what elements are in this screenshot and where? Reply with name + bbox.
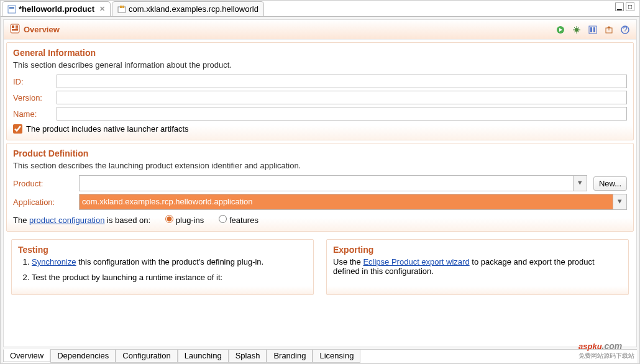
native-launcher-checkbox[interactable] [13,124,22,134]
form-toolbar: ? [555,25,630,35]
tab-label: *helloworld.product [19,4,94,14]
section-title: General Information [13,48,627,58]
editor-tab-xkland-helloworld[interactable]: com.xkland.examples.rcp.helloworld [112,1,264,16]
form-body: Overview ? General Information This sect… [3,19,637,347]
plugin-file-icon [117,5,126,14]
product-configuration-link[interactable]: product configuration [29,216,104,225]
export-wizard-link[interactable]: Eclipse Product export wizard [363,257,469,266]
svg-text:?: ? [623,25,627,34]
svg-line-20 [574,31,575,32]
application-label: Application: [13,198,73,207]
text: is based on: [104,216,150,225]
tab-configuration[interactable]: Configuration [116,350,177,363]
product-combo-value [80,176,573,191]
help-icon[interactable]: ? [620,25,630,35]
section-product-definition: Product Definition This section describe… [6,143,634,232]
product-label: Product: [13,179,73,188]
window-controls: ▁ □ [615,2,634,11]
tab-label: com.xkland.examples.rcp.helloworld [129,4,258,14]
text: features [229,216,258,225]
text: Use the [333,257,363,266]
minimize-icon[interactable]: ▁ [615,2,624,11]
export-icon[interactable] [604,25,614,35]
run-icon[interactable] [555,25,565,35]
features-radio-label[interactable]: features [219,215,258,225]
plugins-radio[interactable] [165,215,173,223]
native-launcher-label: The product includes native launcher art… [26,124,189,134]
chevron-down-icon[interactable]: ▾ [573,176,587,191]
editor-tab-bar: *helloworld.product ✕ com.xkland.example… [1,1,639,17]
validate-icon[interactable] [588,25,598,35]
synchronize-link[interactable]: Synchronize [32,257,76,266]
version-label: Version: [13,93,50,102]
product-file-icon [7,5,16,14]
new-product-button[interactable]: New... [593,176,627,191]
section-title: Testing [18,245,307,255]
features-radio[interactable] [219,215,227,223]
chevron-down-icon[interactable]: ▾ [613,194,626,209]
svg-line-18 [578,31,579,32]
tab-overview[interactable]: Overview [3,349,50,362]
text: plug-ins [176,216,204,225]
id-field[interactable] [57,75,627,88]
testing-step-2: Test the product by launching a runtime … [32,273,307,283]
debug-icon[interactable] [572,25,582,35]
section-desc: This section describes the launching pro… [13,161,627,170]
overview-icon [10,24,20,35]
svg-rect-7 [16,25,18,27]
id-label: ID: [13,77,50,86]
svg-line-19 [578,27,579,29]
editor-tab-helloworld-product[interactable]: *helloworld.product ✕ [2,1,111,16]
svg-rect-10 [12,30,18,31]
svg-rect-23 [593,27,595,32]
close-icon[interactable]: ✕ [99,5,105,13]
section-exporting: Exporting Use the Eclipse Product export… [326,239,629,295]
testing-step-1: Synchronize this configuration with the … [32,257,307,268]
text: The [13,216,29,225]
based-on-text: The product configuration is based on: [13,216,150,225]
page-title: Overview [10,24,60,35]
product-combo[interactable]: ▾ [79,175,587,191]
svg-rect-21 [589,26,597,34]
section-general-information: General Information This section describ… [6,42,634,140]
tab-licensing[interactable]: Licensing [313,350,360,363]
tab-dependencies[interactable]: Dependencies [50,350,116,363]
tab-launching[interactable]: Launching [178,350,229,363]
svg-line-17 [574,27,575,29]
form-header: Overview ? [4,20,636,40]
tab-splash[interactable]: Splash [229,350,267,363]
tab-branding[interactable]: Branding [267,350,313,363]
page-tabs: Overview Dependencies Configuration Laun… [3,349,637,363]
name-field[interactable] [57,107,627,121]
name-label: Name: [13,109,50,119]
exporting-text: Use the Eclipse Product export wizard to… [333,257,622,276]
page-title-text: Overview [24,25,60,34]
svg-rect-22 [590,27,592,32]
application-combo[interactable]: com.xkland.examples.rcp.helloworld.appli… [79,194,627,210]
svg-rect-9 [12,29,18,30]
svg-rect-3 [120,6,122,8]
application-combo-value: com.xkland.examples.rcp.helloworld.appli… [80,194,613,209]
text: this configuration with the product's de… [76,257,264,266]
svg-rect-6 [12,25,14,28]
section-title: Exporting [333,245,622,255]
section-title: Product Definition [13,148,627,158]
svg-rect-0 [8,6,16,13]
version-field[interactable] [57,91,627,104]
maximize-icon[interactable]: □ [626,2,634,11]
section-testing: Testing Synchronize this configuration w… [11,239,314,295]
plugins-radio-label[interactable]: plug-ins [165,215,204,225]
svg-rect-4 [122,6,124,8]
svg-rect-8 [16,27,18,29]
section-desc: This section describes general informati… [13,60,627,70]
svg-rect-1 [9,7,14,9]
